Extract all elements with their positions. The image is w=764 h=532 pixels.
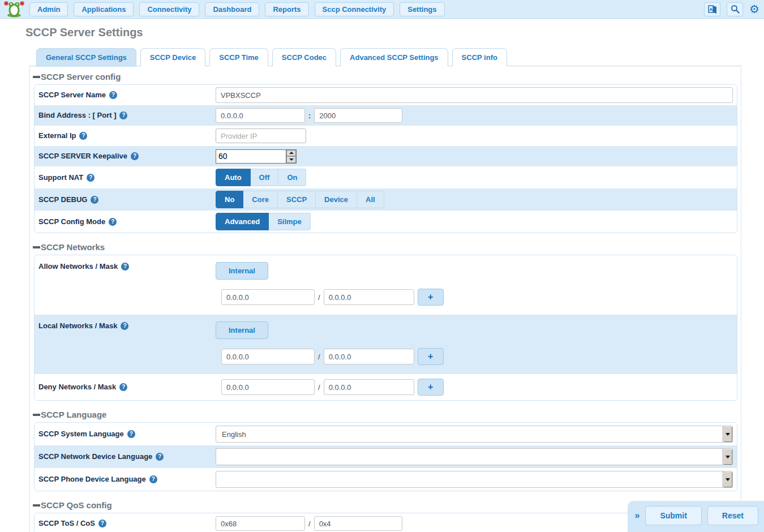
help-icon[interactable]: ? (91, 196, 98, 204)
help-icon[interactable]: ? (98, 520, 106, 527)
nav-item-settings[interactable]: Settings (400, 2, 444, 16)
chevron-down-icon[interactable] (723, 449, 732, 465)
external-ip-input[interactable] (216, 128, 306, 143)
debug-device-button[interactable]: Device (316, 191, 357, 208)
nav-item-dashboard[interactable]: Dashboard (205, 2, 259, 16)
tab-sccp-device[interactable]: SCCP Device (140, 48, 205, 66)
field-label: SCCP Config Mode (38, 217, 105, 226)
language-button[interactable]: A (704, 2, 720, 16)
row-config-mode: SCCP Config Mode ? Advanced Silmpe (35, 211, 737, 233)
allow-internal-button[interactable]: Internal (216, 262, 268, 280)
tab-sccp-time[interactable]: SCCP Time (209, 48, 268, 66)
spin-up-button[interactable] (286, 150, 296, 157)
deny-network-input[interactable] (221, 379, 315, 395)
section-header-server-config[interactable]: SCCP Server config (30, 67, 741, 84)
help-icon[interactable]: ? (149, 475, 157, 483)
sccp-tos-input[interactable] (216, 516, 305, 531)
help-icon[interactable]: ? (109, 91, 117, 99)
collapse-icon[interactable] (33, 414, 40, 416)
help-icon[interactable]: ? (131, 152, 139, 160)
help-icon[interactable]: ? (127, 430, 135, 438)
svg-text:A: A (709, 7, 713, 12)
chevron-down-icon[interactable] (723, 471, 732, 487)
allow-add-button[interactable]: + (418, 289, 444, 306)
debug-all-button[interactable]: All (357, 191, 384, 208)
nav-item-sccp-connectivity[interactable]: Sccp Connectivity (315, 2, 394, 16)
help-icon[interactable]: ? (79, 132, 87, 140)
nat-on-button[interactable]: On (278, 169, 306, 186)
slash-separator: / (308, 520, 311, 528)
tab-general-sccp-settings[interactable]: General SCCP Settings (36, 48, 136, 67)
keepalive-input[interactable] (216, 150, 286, 163)
section-language: SCCP System Language ? English SCCP Netw… (34, 422, 737, 491)
reset-button[interactable]: Reset (707, 506, 758, 525)
row-phone-device-language: SCCP Phone Device Language ? (35, 468, 737, 491)
slash-separator: / (318, 353, 320, 361)
field-label: SCCP ToS / CoS (38, 519, 95, 528)
nav-item-reports[interactable]: Reports (265, 2, 308, 16)
search-button[interactable] (727, 2, 743, 16)
help-icon[interactable]: ? (119, 383, 127, 391)
bind-address-input[interactable] (216, 108, 305, 123)
spin-down-button[interactable] (286, 156, 296, 163)
allow-mask-input[interactable] (324, 289, 414, 305)
nav-item-admin[interactable]: Admin (29, 2, 68, 16)
help-icon[interactable]: ? (87, 174, 95, 182)
help-icon[interactable]: ? (109, 218, 117, 226)
tab-sccp-info[interactable]: SCCP info (452, 48, 507, 66)
submit-button[interactable]: Submit (645, 506, 701, 525)
config-mode-group: Advanced Silmpe (216, 213, 311, 230)
row-allow-networks: Allow Networks / Mask ? Internal / + (35, 255, 737, 315)
section-header-language[interactable]: SCCP Language (30, 405, 741, 422)
local-add-button[interactable]: + (418, 348, 444, 365)
local-mask-input[interactable] (324, 349, 414, 364)
network-device-language-select[interactable] (216, 448, 733, 465)
colon-separator: : (308, 111, 311, 120)
nat-off-button[interactable]: Off (251, 169, 279, 186)
debug-sccp-button[interactable]: SCCP (278, 191, 316, 208)
tab-sccp-codec[interactable]: SCCP Codec (272, 48, 336, 66)
local-internal-button[interactable]: Internal (216, 321, 268, 339)
local-network-input[interactable] (221, 349, 315, 364)
row-support-nat: Support NAT ? Auto Off On (35, 166, 737, 188)
slash-separator: / (318, 383, 320, 392)
help-icon[interactable]: ? (121, 322, 128, 330)
collapse-icon[interactable] (33, 76, 40, 78)
chevron-down-icon[interactable] (723, 426, 732, 442)
mode-advanced-button[interactable]: Advanced (216, 213, 269, 230)
row-external-ip: External Ip ? (35, 126, 737, 146)
debug-core-button[interactable]: Core (243, 191, 278, 208)
keepalive-stepper[interactable] (216, 149, 297, 164)
system-language-select[interactable]: English (216, 426, 733, 443)
field-label: SCCP Server Name (38, 91, 106, 100)
collapse-icon[interactable] (33, 246, 40, 248)
deny-mask-input[interactable] (324, 379, 414, 395)
nav-item-applications[interactable]: Applications (74, 2, 134, 16)
section-header-networks[interactable]: SCCP Networks (30, 238, 741, 255)
help-icon[interactable]: ? (121, 263, 129, 271)
bind-port-input[interactable] (314, 108, 402, 123)
frog-logo-icon[interactable] (3, 1, 25, 18)
nat-auto-button[interactable]: Auto (216, 169, 251, 186)
deny-add-button[interactable]: + (418, 379, 444, 396)
sccp-server-name-input[interactable] (216, 87, 733, 103)
phone-device-language-select[interactable] (216, 471, 733, 488)
nav-item-connectivity[interactable]: Connectivity (139, 2, 199, 16)
debug-no-button[interactable]: No (216, 191, 243, 208)
row-bind-address: Bind Address : [ Port ] ? : (35, 105, 737, 126)
tab-bar: General SCCP Settings SCCP Device SCCP T… (36, 48, 764, 66)
sccp-cos-input[interactable] (314, 516, 402, 531)
row-system-language: SCCP System Language ? English (35, 423, 737, 445)
field-label: Bind Address : [ Port ] (38, 111, 116, 120)
collapse-icon[interactable] (33, 504, 40, 507)
field-label: SCCP DEBUG (38, 195, 87, 204)
gear-icon[interactable]: ⚙ (749, 3, 759, 15)
allow-network-input[interactable] (221, 289, 315, 305)
help-icon[interactable]: ? (119, 111, 127, 119)
selected-value (216, 449, 723, 465)
mode-simple-button[interactable]: Silmpe (269, 213, 311, 230)
help-icon[interactable]: ? (156, 453, 164, 461)
collapse-toolbar-icon[interactable]: » (635, 510, 640, 521)
tab-advanced-sccp-settings[interactable]: Advanced SCCP Settings (340, 48, 448, 66)
section-server-config: SCCP Server Name ? Bind Address : [ Port… (34, 84, 737, 233)
